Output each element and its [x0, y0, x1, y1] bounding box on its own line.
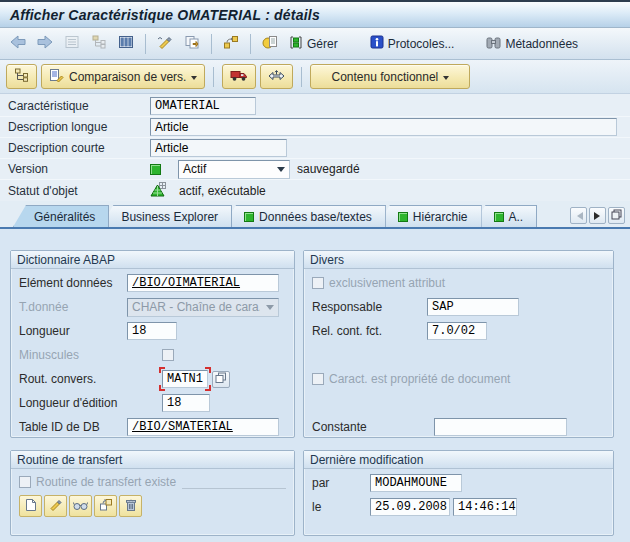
toolbar-separator — [250, 34, 251, 54]
hierarchy-button[interactable] — [6, 64, 37, 89]
spacer-row — [312, 343, 605, 367]
propriete-document-checkbox — [312, 373, 324, 385]
longueur-label: Longueur — [19, 324, 127, 338]
tree-icon — [14, 68, 29, 85]
exclusivement-attribut-label: exclusivement attribut — [329, 276, 445, 290]
chevron-down-icon — [266, 305, 274, 314]
description-longue-field[interactable]: Article — [150, 118, 617, 136]
version-status-icon — [150, 164, 161, 175]
constante-row: Constante — [312, 415, 605, 439]
group-derniere-modification: Dernière modification par MODAHMOUNE le … — [303, 450, 614, 536]
copies-button[interactable] — [258, 32, 282, 56]
copy-icon — [184, 35, 200, 52]
glasses-icon — [73, 499, 88, 514]
group-title: Routine de transfert — [11, 451, 294, 469]
object-status-icon — [150, 182, 167, 200]
overview-icon — [64, 35, 80, 52]
constante-field[interactable] — [434, 418, 567, 436]
contenu-label: Contenu fonctionnel — [332, 70, 439, 84]
description-courte-field[interactable]: Article — [150, 139, 287, 157]
copy-button[interactable] — [180, 32, 204, 56]
protocoles-button[interactable]: Protocoles... — [366, 32, 459, 56]
toolbar-separator — [213, 67, 214, 87]
system-toolbar: Gérer Protocoles... Métadonnées — [0, 28, 630, 60]
object-version-button[interactable] — [219, 32, 243, 56]
metadonnees-label: Métadonnées — [505, 37, 578, 51]
responsable-field[interactable]: SAP — [427, 298, 519, 316]
menu-arrow-icon — [191, 76, 197, 83]
change-routine-button[interactable] — [94, 495, 117, 517]
contenu-fonctionnel-button[interactable]: Contenu fonctionnel — [310, 64, 470, 89]
longueur-field[interactable]: 18 — [127, 322, 177, 340]
edit-routine-button[interactable] — [44, 495, 67, 517]
t-donnee-value: CHAR - Chaîne de cara... — [132, 300, 260, 314]
overview-button[interactable] — [60, 32, 84, 56]
trash-icon — [125, 498, 137, 515]
tab-attributs[interactable]: A.. — [473, 205, 538, 227]
table-id-db-field[interactable]: /BIO/SMATERIAL — [127, 418, 279, 436]
display-routine-button[interactable] — [69, 495, 92, 517]
modifie-par-field[interactable]: MODAHMOUNE — [370, 474, 462, 492]
truck-button[interactable] — [222, 64, 256, 89]
multiple-values-button[interactable] — [212, 371, 230, 388]
table-id-db-label: Table ID de DB — [19, 420, 127, 434]
toolbar-separator — [145, 34, 146, 54]
tab-scroll-controls — [570, 207, 625, 227]
tab-business-explorer[interactable]: Business Explorer — [100, 205, 232, 227]
tab-scroll-right-button[interactable] — [589, 207, 606, 224]
transport-button[interactable] — [260, 64, 293, 89]
longueur-edition-field[interactable]: 18 — [162, 394, 210, 412]
date-field[interactable]: 25.09.2008 — [370, 498, 450, 516]
spacer-row — [312, 391, 605, 415]
delete-routine-button[interactable] — [119, 495, 142, 517]
time-field[interactable]: 14:46:14 — [453, 498, 517, 516]
group-title: Divers — [304, 251, 613, 269]
grid-icon — [118, 35, 134, 52]
minuscules-row: Minuscules — [19, 343, 286, 367]
back-button[interactable] — [6, 32, 30, 56]
sap-window: Afficher Caractéristique OMATERIAL : dét… — [0, 0, 630, 542]
protocoles-label: Protocoles... — [388, 37, 455, 51]
rout-convers-label: Rout. convers. — [19, 372, 127, 386]
grid-view-button[interactable] — [114, 32, 138, 56]
green-status-icon — [398, 212, 408, 222]
element-donnees-field[interactable]: /BIO/OIMATERIAL — [127, 274, 279, 292]
display-change-button[interactable] — [153, 32, 177, 56]
element-donnees-label: Elément données — [19, 276, 127, 290]
comparaison-button[interactable]: Comparaison de vers. — [41, 64, 205, 89]
longueur-edition-row: Longueur d'édition 18 — [19, 391, 286, 415]
rout-convers-field[interactable]: MATN1 — [162, 370, 208, 388]
description-longue-label: Description longue — [8, 120, 150, 134]
tab-strip: Généralités Business Explorer Données ba… — [0, 201, 630, 227]
toolbar-separator — [301, 67, 302, 87]
metadonnees-button[interactable]: Métadonnées — [482, 32, 582, 56]
gerer-button[interactable]: Gérer — [285, 32, 342, 56]
tab-hierarchie[interactable]: Hiérarchie — [377, 205, 482, 227]
rel-cont-fct-row: Rel. cont. fct. 7.0/02 — [312, 319, 605, 343]
tab-scroll-left-button[interactable] — [570, 207, 587, 224]
t-donnee-dropdown: CHAR - Chaîne de cara... — [127, 298, 279, 317]
le-label: le — [312, 500, 370, 514]
tab-list-icon — [611, 208, 622, 223]
tab-generalites[interactable]: Généralités — [13, 205, 109, 227]
tab-list-button[interactable] — [608, 207, 625, 224]
group-dictionnaire-abap: Dictionnaire ABAP Elément données /BIO/O… — [10, 250, 295, 438]
gerer-icon — [289, 35, 303, 53]
description-courte-row: Description courte Article — [0, 138, 630, 159]
gerer-label: Gérer — [307, 37, 338, 51]
version-value: Actif — [183, 162, 206, 176]
exclusivement-attribut-checkbox — [312, 277, 324, 289]
rel-cont-fct-field[interactable]: 7.0/02 — [427, 322, 487, 340]
application-toolbar: Comparaison de vers. Contenu fonctionnel — [0, 60, 630, 94]
truck-icon — [230, 68, 248, 85]
forward-button[interactable] — [33, 32, 57, 56]
hierarchy-view-button[interactable] — [87, 32, 111, 56]
overlapping-squares-icon — [215, 372, 227, 387]
green-status-icon — [244, 212, 254, 222]
transport-icon — [268, 68, 285, 85]
tab-donnees-base-textes[interactable]: Données base/textes — [223, 205, 386, 227]
caracteristique-field[interactable]: OMATERIAL — [150, 97, 256, 115]
compare-icon — [49, 68, 64, 85]
create-routine-button[interactable] — [19, 495, 42, 517]
version-dropdown[interactable]: Actif — [178, 160, 290, 179]
